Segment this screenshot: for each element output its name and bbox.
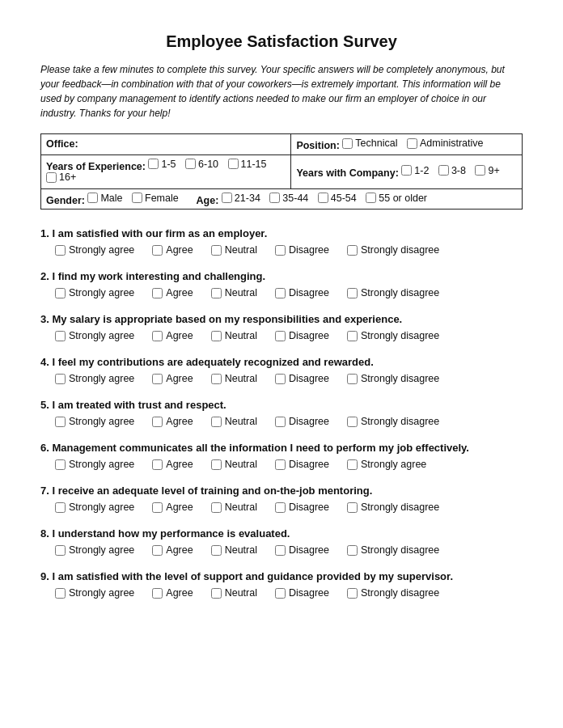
q9-option-4[interactable]: Strongly disagree <box>347 587 439 599</box>
q4-option-2[interactable]: Neutral <box>211 373 257 384</box>
q5-checkbox-1[interactable] <box>152 417 163 427</box>
q8-option-4[interactable]: Strongly disagree <box>347 544 439 556</box>
q3-checkbox-2[interactable] <box>211 331 222 341</box>
position-administrative-checkbox[interactable] <box>407 138 417 149</box>
age-55plus-checkbox[interactable] <box>366 193 376 203</box>
q3-option-2[interactable]: Neutral <box>211 330 257 341</box>
exp-1-5[interactable]: 1-5 <box>148 159 176 170</box>
q5-option-2[interactable]: Neutral <box>211 416 257 427</box>
q2-checkbox-1[interactable] <box>152 288 163 298</box>
exp-6-10-checkbox[interactable] <box>185 159 196 169</box>
exp-11-15[interactable]: 11-15 <box>228 159 267 170</box>
q4-checkbox-0[interactable] <box>55 374 66 384</box>
q7-checkbox-0[interactable] <box>55 502 66 513</box>
q6-option-2[interactable]: Neutral <box>211 459 257 470</box>
q7-checkbox-3[interactable] <box>275 502 286 513</box>
q8-checkbox-1[interactable] <box>152 545 163 556</box>
q8-checkbox-2[interactable] <box>211 545 222 556</box>
q4-checkbox-4[interactable] <box>347 374 358 384</box>
q2-checkbox-2[interactable] <box>211 288 222 298</box>
q7-checkbox-1[interactable] <box>152 502 163 513</box>
company-1-2-checkbox[interactable] <box>401 165 412 176</box>
q2-option-3[interactable]: Disagree <box>275 287 329 298</box>
company-3-8[interactable]: 3-8 <box>438 165 466 176</box>
q9-checkbox-1[interactable] <box>152 588 163 599</box>
exp-1-5-checkbox[interactable] <box>148 159 159 169</box>
q6-checkbox-3[interactable] <box>275 459 286 470</box>
q8-checkbox-0[interactable] <box>55 545 66 556</box>
q1-option-4[interactable]: Strongly disagree <box>347 244 439 256</box>
age-35-44-checkbox[interactable] <box>269 193 280 203</box>
company-1-2[interactable]: 1-2 <box>401 165 429 176</box>
q6-checkbox-0[interactable] <box>55 459 66 470</box>
q5-checkbox-2[interactable] <box>211 417 222 427</box>
q8-option-0[interactable]: Strongly agree <box>55 544 134 556</box>
exp-16plus-checkbox[interactable] <box>46 172 57 183</box>
q1-checkbox-0[interactable] <box>55 245 66 256</box>
q9-option-0[interactable]: Strongly agree <box>55 587 134 599</box>
gender-female[interactable]: Female <box>132 193 179 204</box>
gender-female-checkbox[interactable] <box>132 193 142 203</box>
company-3-8-checkbox[interactable] <box>438 165 449 176</box>
gender-male-checkbox[interactable] <box>87 193 98 203</box>
q3-checkbox-1[interactable] <box>152 331 163 341</box>
position-administrative[interactable]: Administrative <box>407 138 484 149</box>
position-technical-checkbox[interactable] <box>342 138 353 149</box>
q3-option-0[interactable]: Strongly agree <box>55 330 134 341</box>
exp-16plus[interactable]: 16+ <box>46 171 76 183</box>
q4-option-0[interactable]: Strongly agree <box>55 373 134 384</box>
exp-11-15-checkbox[interactable] <box>228 159 239 169</box>
q7-checkbox-4[interactable] <box>347 502 358 513</box>
q7-option-2[interactable]: Neutral <box>211 502 257 513</box>
age-21-34[interactable]: 21-34 <box>222 193 260 204</box>
q5-option-0[interactable]: Strongly agree <box>55 416 134 427</box>
q6-option-3[interactable]: Disagree <box>275 459 329 470</box>
q9-checkbox-4[interactable] <box>347 588 358 599</box>
q9-checkbox-3[interactable] <box>275 588 286 599</box>
q1-checkbox-1[interactable] <box>152 245 163 256</box>
q7-option-3[interactable]: Disagree <box>275 502 329 513</box>
q5-checkbox-3[interactable] <box>275 417 286 427</box>
q5-option-4[interactable]: Strongly disagree <box>347 416 439 427</box>
q4-checkbox-3[interactable] <box>275 374 286 384</box>
q7-option-1[interactable]: Agree <box>152 502 193 513</box>
q5-option-1[interactable]: Agree <box>152 416 193 427</box>
age-45-54[interactable]: 45-54 <box>318 193 357 204</box>
q2-option-4[interactable]: Strongly disagree <box>347 287 439 298</box>
company-9plus[interactable]: 9+ <box>475 165 499 176</box>
q9-checkbox-0[interactable] <box>55 588 66 599</box>
q2-checkbox-0[interactable] <box>55 288 66 298</box>
q2-option-0[interactable]: Strongly agree <box>55 287 134 298</box>
q6-option-0[interactable]: Strongly agree <box>55 459 134 470</box>
q6-checkbox-2[interactable] <box>211 459 222 470</box>
q9-checkbox-2[interactable] <box>211 588 222 599</box>
company-9plus-checkbox[interactable] <box>475 165 485 176</box>
q4-checkbox-2[interactable] <box>211 374 222 384</box>
position-technical[interactable]: Technical <box>342 138 397 149</box>
q2-checkbox-3[interactable] <box>275 288 286 298</box>
q3-checkbox-3[interactable] <box>275 331 286 341</box>
q3-option-3[interactable]: Disagree <box>275 330 329 341</box>
q4-option-3[interactable]: Disagree <box>275 373 329 384</box>
q9-option-1[interactable]: Agree <box>152 587 193 599</box>
q5-checkbox-4[interactable] <box>347 417 358 427</box>
q1-option-0[interactable]: Strongly agree <box>55 244 134 256</box>
q1-checkbox-3[interactable] <box>275 245 286 256</box>
age-21-34-checkbox[interactable] <box>222 193 232 203</box>
q1-option-3[interactable]: Disagree <box>275 244 329 256</box>
q8-checkbox-4[interactable] <box>347 545 358 556</box>
age-45-54-checkbox[interactable] <box>318 193 328 203</box>
gender-male[interactable]: Male <box>87 193 122 204</box>
q2-option-1[interactable]: Agree <box>152 287 193 298</box>
q7-option-4[interactable]: Strongly disagree <box>347 502 439 513</box>
q7-option-0[interactable]: Strongly agree <box>55 502 134 513</box>
q9-option-2[interactable]: Neutral <box>211 587 257 599</box>
q4-option-1[interactable]: Agree <box>152 373 193 384</box>
q5-option-3[interactable]: Disagree <box>275 416 329 427</box>
q2-checkbox-4[interactable] <box>347 288 358 298</box>
q6-checkbox-4[interactable] <box>347 459 358 470</box>
q6-option-4[interactable]: Strongly agree <box>347 459 426 470</box>
q5-checkbox-0[interactable] <box>55 417 66 427</box>
q7-checkbox-2[interactable] <box>211 502 222 513</box>
q8-option-3[interactable]: Disagree <box>275 544 329 556</box>
